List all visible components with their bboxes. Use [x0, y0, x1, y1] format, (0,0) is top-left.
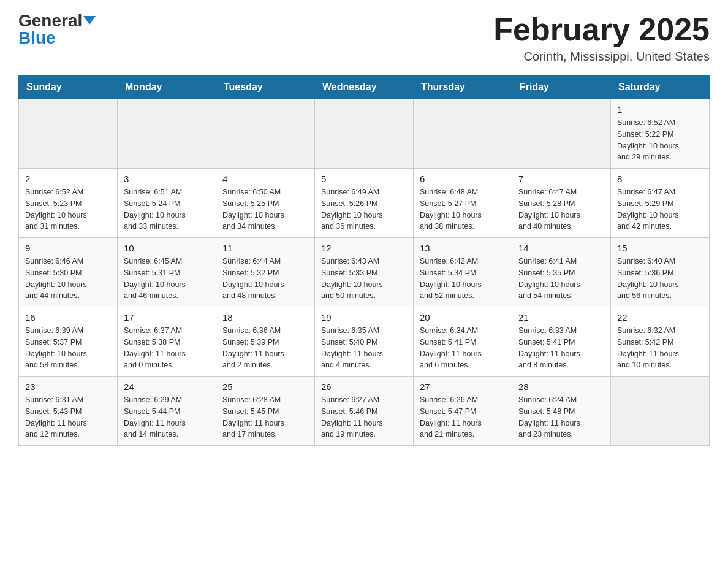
day-info: Sunrise: 6:24 AM Sunset: 5:48 PM Dayligh… [518, 394, 604, 440]
table-row: 13Sunrise: 6:42 AM Sunset: 5:34 PM Dayli… [414, 238, 512, 307]
table-row: 11Sunrise: 6:44 AM Sunset: 5:32 PM Dayli… [216, 238, 315, 307]
day-number: 14 [518, 243, 604, 253]
day-number: 6 [420, 174, 506, 184]
day-info: Sunrise: 6:27 AM Sunset: 5:46 PM Dayligh… [321, 394, 407, 440]
table-row: 8Sunrise: 6:47 AM Sunset: 5:29 PM Daylig… [611, 169, 710, 238]
day-info: Sunrise: 6:52 AM Sunset: 5:23 PM Dayligh… [25, 186, 111, 232]
day-info: Sunrise: 6:48 AM Sunset: 5:27 PM Dayligh… [420, 186, 506, 232]
calendar-table: Sunday Monday Tuesday Wednesday Thursday… [18, 75, 710, 446]
day-info: Sunrise: 6:51 AM Sunset: 5:24 PM Dayligh… [124, 186, 210, 232]
day-info: Sunrise: 6:39 AM Sunset: 5:37 PM Dayligh… [25, 325, 111, 371]
day-number: 15 [617, 243, 703, 253]
col-sunday: Sunday [19, 75, 118, 99]
day-number: 2 [25, 174, 111, 184]
table-row: 24Sunrise: 6:29 AM Sunset: 5:44 PM Dayli… [118, 377, 216, 446]
table-row: 14Sunrise: 6:41 AM Sunset: 5:35 PM Dayli… [512, 238, 611, 307]
table-row: 4Sunrise: 6:50 AM Sunset: 5:25 PM Daylig… [216, 169, 315, 238]
day-number: 19 [321, 312, 407, 323]
calendar-week-row: 9Sunrise: 6:46 AM Sunset: 5:30 PM Daylig… [19, 238, 710, 307]
calendar-week-row: 2Sunrise: 6:52 AM Sunset: 5:23 PM Daylig… [19, 169, 710, 238]
day-info: Sunrise: 6:32 AM Sunset: 5:42 PM Dayligh… [617, 325, 703, 371]
table-row: 10Sunrise: 6:45 AM Sunset: 5:31 PM Dayli… [118, 238, 216, 307]
day-info: Sunrise: 6:29 AM Sunset: 5:44 PM Dayligh… [124, 394, 210, 440]
day-number: 16 [25, 312, 111, 323]
table-row: 7Sunrise: 6:47 AM Sunset: 5:28 PM Daylig… [512, 169, 611, 238]
day-number: 3 [124, 174, 210, 184]
table-row: 25Sunrise: 6:28 AM Sunset: 5:45 PM Dayli… [216, 377, 315, 446]
logo: General Blue [18, 12, 96, 47]
calendar-week-row: 23Sunrise: 6:31 AM Sunset: 5:43 PM Dayli… [19, 377, 710, 446]
day-info: Sunrise: 6:37 AM Sunset: 5:38 PM Dayligh… [124, 325, 210, 371]
table-row [118, 99, 216, 169]
calendar-week-row: 1Sunrise: 6:52 AM Sunset: 5:22 PM Daylig… [19, 99, 710, 169]
day-number: 25 [222, 381, 308, 392]
day-number: 9 [25, 243, 111, 253]
calendar-week-row: 16Sunrise: 6:39 AM Sunset: 5:37 PM Dayli… [19, 307, 710, 377]
day-number: 12 [321, 243, 407, 253]
day-info: Sunrise: 6:41 AM Sunset: 5:35 PM Dayligh… [518, 256, 604, 302]
day-number: 28 [518, 381, 604, 392]
day-info: Sunrise: 6:34 AM Sunset: 5:41 PM Dayligh… [420, 325, 506, 371]
day-number: 1 [617, 104, 703, 115]
day-info: Sunrise: 6:47 AM Sunset: 5:29 PM Dayligh… [617, 186, 703, 232]
table-row: 5Sunrise: 6:49 AM Sunset: 5:26 PM Daylig… [315, 169, 414, 238]
day-info: Sunrise: 6:35 AM Sunset: 5:40 PM Dayligh… [321, 325, 407, 371]
logo-general-text: General [18, 12, 82, 29]
calendar-header-row: Sunday Monday Tuesday Wednesday Thursday… [19, 75, 710, 99]
table-row [611, 377, 710, 446]
table-row: 28Sunrise: 6:24 AM Sunset: 5:48 PM Dayli… [512, 377, 611, 446]
day-info: Sunrise: 6:40 AM Sunset: 5:36 PM Dayligh… [617, 256, 703, 302]
day-number: 27 [420, 381, 506, 392]
table-row [315, 99, 414, 169]
title-block: February 2025 Corinth, Mississippi, Unit… [493, 12, 710, 64]
table-row: 18Sunrise: 6:36 AM Sunset: 5:39 PM Dayli… [216, 307, 315, 377]
logo-triangle-icon [83, 16, 96, 25]
location-subtitle: Corinth, Mississippi, United States [493, 50, 710, 64]
table-row: 3Sunrise: 6:51 AM Sunset: 5:24 PM Daylig… [118, 169, 216, 238]
day-number: 10 [124, 243, 210, 253]
day-info: Sunrise: 6:50 AM Sunset: 5:25 PM Dayligh… [222, 186, 308, 232]
day-number: 24 [124, 381, 210, 392]
day-number: 17 [124, 312, 210, 323]
day-info: Sunrise: 6:52 AM Sunset: 5:22 PM Dayligh… [617, 117, 703, 163]
day-number: 22 [617, 312, 703, 323]
table-row: 21Sunrise: 6:33 AM Sunset: 5:41 PM Dayli… [512, 307, 611, 377]
day-number: 11 [222, 243, 308, 253]
day-number: 26 [321, 381, 407, 392]
table-row: 26Sunrise: 6:27 AM Sunset: 5:46 PM Dayli… [315, 377, 414, 446]
table-row: 15Sunrise: 6:40 AM Sunset: 5:36 PM Dayli… [611, 238, 710, 307]
day-number: 8 [617, 174, 703, 184]
table-row [414, 99, 512, 169]
table-row: 12Sunrise: 6:43 AM Sunset: 5:33 PM Dayli… [315, 238, 414, 307]
day-info: Sunrise: 6:26 AM Sunset: 5:47 PM Dayligh… [420, 394, 506, 440]
table-row: 2Sunrise: 6:52 AM Sunset: 5:23 PM Daylig… [19, 169, 118, 238]
day-number: 4 [222, 174, 308, 184]
table-row: 17Sunrise: 6:37 AM Sunset: 5:38 PM Dayli… [118, 307, 216, 377]
table-row [216, 99, 315, 169]
day-info: Sunrise: 6:43 AM Sunset: 5:33 PM Dayligh… [321, 256, 407, 302]
table-row: 6Sunrise: 6:48 AM Sunset: 5:27 PM Daylig… [414, 169, 512, 238]
table-row: 20Sunrise: 6:34 AM Sunset: 5:41 PM Dayli… [414, 307, 512, 377]
day-number: 7 [518, 174, 604, 184]
day-info: Sunrise: 6:44 AM Sunset: 5:32 PM Dayligh… [222, 256, 308, 302]
table-row: 9Sunrise: 6:46 AM Sunset: 5:30 PM Daylig… [19, 238, 118, 307]
day-info: Sunrise: 6:36 AM Sunset: 5:39 PM Dayligh… [222, 325, 308, 371]
day-number: 20 [420, 312, 506, 323]
day-info: Sunrise: 6:46 AM Sunset: 5:30 PM Dayligh… [25, 256, 111, 302]
day-info: Sunrise: 6:45 AM Sunset: 5:31 PM Dayligh… [124, 256, 210, 302]
col-saturday: Saturday [611, 75, 710, 99]
table-row [19, 99, 118, 169]
col-friday: Friday [512, 75, 611, 99]
day-info: Sunrise: 6:42 AM Sunset: 5:34 PM Dayligh… [420, 256, 506, 302]
table-row: 22Sunrise: 6:32 AM Sunset: 5:42 PM Dayli… [611, 307, 710, 377]
day-number: 18 [222, 312, 308, 323]
table-row: 23Sunrise: 6:31 AM Sunset: 5:43 PM Dayli… [19, 377, 118, 446]
day-info: Sunrise: 6:33 AM Sunset: 5:41 PM Dayligh… [518, 325, 604, 371]
table-row: 27Sunrise: 6:26 AM Sunset: 5:47 PM Dayli… [414, 377, 512, 446]
col-monday: Monday [118, 75, 216, 99]
table-row [512, 99, 611, 169]
col-wednesday: Wednesday [315, 75, 414, 99]
day-info: Sunrise: 6:47 AM Sunset: 5:28 PM Dayligh… [518, 186, 604, 232]
table-row: 16Sunrise: 6:39 AM Sunset: 5:37 PM Dayli… [19, 307, 118, 377]
table-row: 1Sunrise: 6:52 AM Sunset: 5:22 PM Daylig… [611, 99, 710, 169]
